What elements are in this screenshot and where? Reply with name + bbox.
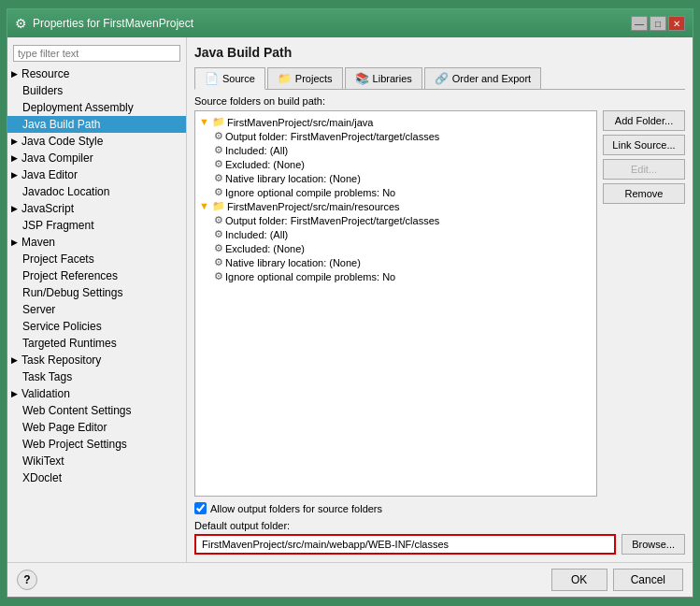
sidebar-item-label: Targeted Runtimes <box>22 337 117 350</box>
sidebar-item-project-facets[interactable]: Project Facets <box>7 251 186 267</box>
help-button[interactable]: ? <box>17 570 37 590</box>
source-folders-label: Source folders on build path: <box>194 95 685 107</box>
property-icon: ⚙ <box>214 228 223 240</box>
cancel-button[interactable]: Cancel <box>613 569 683 591</box>
sidebar-item-label: Web Page Editor <box>22 421 107 434</box>
sidebar-item-task-tags[interactable]: Task Tags <box>7 368 186 385</box>
property-icon: ⚙ <box>214 172 223 184</box>
sidebar-item-label: Project Facets <box>22 252 94 266</box>
title-bar-buttons: — □ ✕ <box>631 16 685 31</box>
sidebar-item-run-debug-settings[interactable]: Run/Debug Settings <box>7 284 186 301</box>
sidebar-item-label: Project References <box>22 269 118 282</box>
sidebar-item-web-page-editor[interactable]: Web Page Editor <box>7 419 186 436</box>
sidebar-item-resource[interactable]: ▶Resource <box>7 65 186 82</box>
link-source-button[interactable]: Link Source... <box>603 135 685 155</box>
tree-node[interactable]: ⚙Native library location: (None) <box>199 171 593 185</box>
tree-node-text: Included: (All) <box>225 229 288 240</box>
sidebar-item-deployment-assembly[interactable]: Deployment Assembly <box>7 99 186 116</box>
sidebar-item-jsp-fragment[interactable]: JSP Fragment <box>7 217 186 234</box>
sidebar-item-web-project-settings[interactable]: Web Project Settings <box>7 436 186 453</box>
sidebar-item-java-compiler[interactable]: ▶Java Compiler <box>7 150 186 166</box>
tab-label: Projects <box>295 73 333 84</box>
property-icon: ⚙ <box>214 158 223 170</box>
sidebar-item-maven[interactable]: ▶Maven <box>7 234 186 251</box>
sidebar-item-label: Web Content Settings <box>22 404 132 417</box>
tab-projects[interactable]: 📁Projects <box>267 67 343 89</box>
allow-output-checkbox[interactable] <box>194 502 207 514</box>
sidebar-item-wikitext[interactable]: WikiText <box>7 453 186 469</box>
sidebar-item-task-repository[interactable]: ▶Task Repository <box>7 352 186 368</box>
sidebar-item-validation[interactable]: ▶Validation <box>7 385 186 402</box>
sidebar-item-java-build-path[interactable]: Java Build Path <box>7 116 186 133</box>
sidebar-item-label: Deployment Assembly <box>22 101 134 114</box>
sidebar-item-xdoclet[interactable]: XDoclet <box>7 469 186 486</box>
tab-libraries[interactable]: 📚Libraries <box>345 67 422 89</box>
title-bar-left: ⚙ Properties for FirstMavenProject <box>15 16 193 31</box>
sidebar-item-label: Server <box>22 303 55 316</box>
tree-node-text: Native library location: (None) <box>225 257 361 268</box>
edit-button[interactable]: Edit... <box>603 159 685 180</box>
tree-node[interactable]: ⚙Excluded: (None) <box>199 241 593 255</box>
tree-node[interactable]: ▼ 📁FirstMavenProject/src/main/java <box>199 115 593 129</box>
content-area: ▶ResourceBuildersDeployment AssemblyJava… <box>7 37 693 562</box>
panel-title: Java Build Path <box>194 45 685 60</box>
tree-node[interactable]: ⚙Output folder: FirstMavenProject/target… <box>199 213 593 227</box>
tree-node[interactable]: ⚙Excluded: (None) <box>199 157 593 171</box>
output-row: Browse... <box>194 534 685 555</box>
tree-area[interactable]: ▼ 📁FirstMavenProject/src/main/java⚙Outpu… <box>194 110 597 497</box>
source-content: ▼ 📁FirstMavenProject/src/main/java⚙Outpu… <box>194 110 685 497</box>
sidebar-item-java-code-style[interactable]: ▶Java Code Style <box>7 133 186 150</box>
sidebar-item-java-editor[interactable]: ▶Java Editor <box>7 166 186 183</box>
footer-left: ? <box>17 570 37 590</box>
tree-node-text: Ignore optional compile problems: No <box>225 271 395 282</box>
sidebar-item-javascript[interactable]: ▶JavaScript <box>7 200 186 217</box>
add-folder-button[interactable]: Add Folder... <box>603 110 685 131</box>
sidebar-item-targeted-runtimes[interactable]: Targeted Runtimes <box>7 335 186 352</box>
sidebar-item-javadoc-location[interactable]: Javadoc Location <box>7 183 186 200</box>
tree-node[interactable]: ⚙Included: (All) <box>199 227 593 241</box>
tree-node-text: Output folder: FirstMavenProject/target/… <box>225 215 439 226</box>
browse-button[interactable]: Browse... <box>621 534 685 555</box>
sidebar-item-label: Javadoc Location <box>22 185 109 198</box>
main-panel: Java Build Path 📄Source📁Projects📚Librari… <box>187 37 693 562</box>
tree-node[interactable]: ⚙Included: (All) <box>199 143 593 157</box>
folder-icon: ▼ 📁 <box>199 200 225 212</box>
tree-node[interactable]: ⚙Ignore optional compile problems: No <box>199 269 593 283</box>
window-title: Properties for FirstMavenProject <box>33 17 193 30</box>
output-label: Default output folder: <box>194 520 685 531</box>
sidebar-item-web-content-settings[interactable]: Web Content Settings <box>7 402 186 419</box>
minimize-button[interactable]: — <box>631 16 648 31</box>
ok-button[interactable]: OK <box>551 569 607 591</box>
tree-node[interactable]: ⚙Output folder: FirstMavenProject/target… <box>199 129 593 143</box>
expand-arrow: ▶ <box>11 355 18 365</box>
tab-icon: 🔗 <box>435 72 449 85</box>
tree-node-text: Native library location: (None) <box>225 173 361 184</box>
tree-node[interactable]: ▼ 📁FirstMavenProject/src/main/resources <box>199 199 593 213</box>
tree-node[interactable]: ⚙Ignore optional compile problems: No <box>199 185 593 199</box>
sidebar-item-label: Java Compiler <box>21 152 93 165</box>
property-icon: ⚙ <box>214 186 223 198</box>
expand-arrow: ▶ <box>11 170 18 180</box>
tree-node-text: Excluded: (None) <box>225 243 305 254</box>
filter-input[interactable] <box>13 45 180 62</box>
source-panel: Source folders on build path: ▼ 📁FirstMa… <box>194 95 685 555</box>
tab-order-and-export[interactable]: 🔗Order and Export <box>424 67 541 89</box>
sidebar-item-builders[interactable]: Builders <box>7 82 186 99</box>
tree-node[interactable]: ⚙Native library location: (None) <box>199 255 593 269</box>
tree-node-text: Included: (All) <box>225 145 288 156</box>
tab-source[interactable]: 📄Source <box>194 67 265 90</box>
footer-right: OK Cancel <box>551 569 683 591</box>
tree-node-text: FirstMavenProject/src/main/resources <box>227 201 400 212</box>
sidebar-item-label: JavaScript <box>21 202 74 215</box>
tab-label: Order and Export <box>452 73 531 84</box>
sidebar-item-project-references[interactable]: Project References <box>7 267 186 284</box>
remove-button[interactable]: Remove <box>603 183 685 204</box>
tab-icon: 📚 <box>355 72 369 85</box>
maximize-button[interactable]: □ <box>650 16 666 31</box>
output-folder-input[interactable] <box>194 534 616 555</box>
close-button[interactable]: ✕ <box>668 16 685 31</box>
tree-node-text: Excluded: (None) <box>225 159 305 170</box>
sidebar-item-service-policies[interactable]: Service Policies <box>7 318 186 335</box>
property-icon: ⚙ <box>214 144 223 156</box>
sidebar-item-server[interactable]: Server <box>7 301 186 318</box>
